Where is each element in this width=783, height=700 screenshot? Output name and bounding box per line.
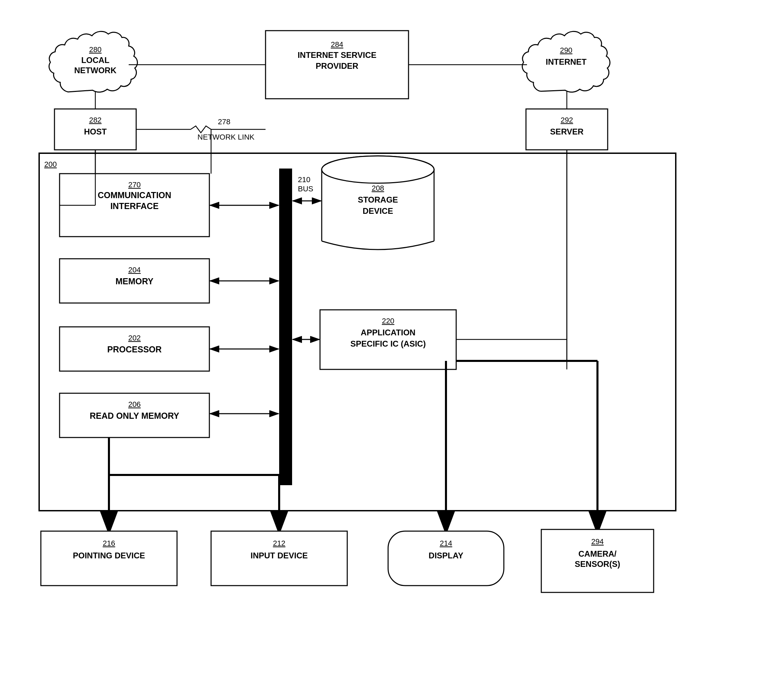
svg-text:DEVICE: DEVICE [363,206,393,215]
svg-text:NETWORK LINK: NETWORK LINK [197,133,255,141]
rom-node: 206 READ ONLY MEMORY [60,393,209,438]
svg-text:214: 214 [440,539,452,547]
svg-text:202: 202 [128,334,141,342]
svg-text:INTERNET SERVICE: INTERNET SERVICE [298,50,377,60]
svg-text:SENSOR(S): SENSOR(S) [575,559,620,568]
svg-text:HOST: HOST [84,127,107,136]
input-device-node: 212 INPUT DEVICE [211,531,347,586]
svg-text:278: 278 [218,117,230,126]
svg-text:COMMUNICATION: COMMUNICATION [98,190,171,200]
svg-text:204: 204 [128,265,141,274]
asic-node: 220 APPLICATION SPECIFIC IC (ASIC) [320,310,456,369]
svg-text:NETWORK: NETWORK [74,66,117,75]
svg-text:SPECIFIC IC (ASIC): SPECIFIC IC (ASIC) [350,339,426,348]
svg-text:INTERFACE: INTERFACE [110,201,159,211]
svg-text:CAMERA/: CAMERA/ [578,549,616,558]
svg-text:206: 206 [128,400,141,408]
svg-text:BUS: BUS [298,185,313,193]
svg-text:220: 220 [382,317,395,325]
svg-point-136 [322,156,434,183]
svg-text:MEMORY: MEMORY [115,277,153,286]
host-node: 282 HOST [55,109,136,150]
pointing-device-node: 216 POINTING DEVICE [41,531,177,586]
processor-node: 202 PROCESSOR [60,327,209,371]
svg-text:INTERNET: INTERNET [546,57,586,67]
svg-text:270: 270 [128,180,141,189]
svg-text:POINTING DEVICE: POINTING DEVICE [73,551,145,560]
svg-text:280: 280 [89,45,102,54]
camera-sensor-node: 294 CAMERA/ SENSOR(S) [541,530,654,592]
svg-text:200: 200 [44,160,57,168]
svg-text:284: 284 [331,40,343,49]
isp-node: 284 INTERNET SERVICE PROVIDER [265,31,408,99]
svg-text:LOCAL: LOCAL [82,55,110,65]
svg-text:SERVER: SERVER [550,127,583,136]
server-node: 292 SERVER [526,109,608,150]
svg-text:PROVIDER: PROVIDER [316,61,358,70]
svg-text:DISPLAY: DISPLAY [428,551,463,560]
memory-node: 204 MEMORY [60,259,209,303]
main-diagram: 280 LOCAL NETWORK 284 INTERNET SERVICE P… [0,0,783,700]
svg-text:292: 292 [561,116,573,124]
storage-device-node: 208 STORAGE DEVICE [322,156,434,250]
svg-text:INPUT DEVICE: INPUT DEVICE [251,551,308,560]
svg-text:216: 216 [103,539,115,547]
svg-text:PROCESSOR: PROCESSOR [107,345,162,354]
svg-text:290: 290 [560,46,573,55]
svg-rect-124 [279,168,292,485]
internet-node: 290 INTERNET [522,31,610,92]
svg-text:210: 210 [298,175,310,184]
svg-text:212: 212 [273,539,286,547]
svg-text:294: 294 [591,537,604,546]
local-network-node: 280 LOCAL NETWORK [49,31,137,92]
svg-text:208: 208 [372,184,384,192]
svg-text:APPLICATION: APPLICATION [361,328,416,337]
display-node: 214 DISPLAY [388,531,504,586]
svg-text:STORAGE: STORAGE [358,195,398,204]
svg-text:282: 282 [89,116,102,124]
svg-text:READ ONLY MEMORY: READ ONLY MEMORY [90,411,179,420]
